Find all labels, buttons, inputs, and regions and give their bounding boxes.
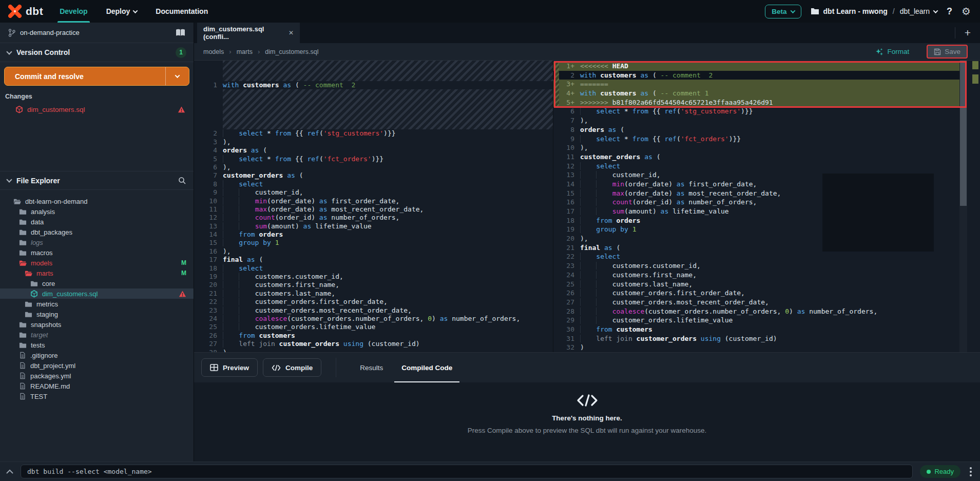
tree-item-test[interactable]: TEST [0,391,194,401]
diff-mark [972,61,978,69]
branch-row[interactable]: on-demand-practice [0,23,194,43]
tree-item-models[interactable]: modelsM [0,258,194,268]
changed-file-row[interactable]: dim_customers.sql [0,103,194,116]
file-explorer-header[interactable]: File Explorer [0,171,194,190]
format-button[interactable]: Format [875,48,909,56]
tab-results[interactable]: Results [351,353,392,382]
deleted-lines-hatch [223,89,553,129]
changes-label: Changes [0,86,194,103]
code-line: 8orders as ( [553,125,959,134]
top-nav: dbt Develop Deploy Documentation Beta db… [0,0,980,23]
code-line: 7customer_orders as ( [194,171,553,180]
new-tab-button[interactable]: + [955,23,980,43]
tree-item-snapshots[interactable]: snapshots [0,319,194,330]
code-line: 3+======= [553,80,959,89]
tree-item-label: dbt_project.yml [30,362,186,370]
line-number: 4+ [553,89,580,98]
commit-options-chevron[interactable] [165,67,189,85]
search-icon[interactable] [178,177,186,185]
code-line: 11 max(order_date) as most_recent_order_… [194,205,553,214]
breadcrumb-marts[interactable]: marts [237,48,253,55]
chevron-down-icon [933,8,938,13]
tree-item-label: logs [31,239,186,246]
tree-item-readme-md[interactable]: README.md [0,381,194,391]
folder-icon [811,8,819,15]
nav-deploy[interactable]: Deploy [97,0,147,23]
close-icon[interactable]: ✕ [289,29,294,36]
editor-pane-left[interactable]: 1with customers as ( -- comment 22 selec… [194,61,553,352]
project-selector[interactable]: dbt Learn - mwong / dbt_learn [811,7,938,15]
chevron-up-icon[interactable] [6,469,13,474]
dbt-logo-icon [8,5,22,18]
tree-item-analysis[interactable]: analysis [0,206,194,217]
nav-documentation[interactable]: Documentation [146,0,217,23]
code-line: 24 coalesce(customer_orders.number_of_or… [194,315,553,323]
code-line: 20 customers.first_name, [194,281,553,289]
line-number: 7 [194,171,223,180]
tree-item-core[interactable]: core [0,278,194,288]
tree-item-staging[interactable]: staging [0,309,194,319]
code-line: 7), [553,116,959,125]
tree-item-label: snapshots [31,321,186,329]
code-line: 3), [194,138,553,146]
code-line: 11customer_orders as ( [553,152,959,162]
dbt-logo[interactable]: dbt [0,5,50,18]
tree-item-marts[interactable]: martsM [0,268,194,278]
tree-item--gitignore[interactable]: .gitignore [0,350,194,360]
help-button[interactable]: ? [947,6,952,17]
scrollbar-thumb[interactable] [960,61,967,206]
preview-grid-icon [210,364,218,371]
line-number: 32 [553,343,580,352]
git-branch-icon [8,29,15,37]
main-menu: Develop Deploy Documentation [50,0,217,23]
line-number: 17 [553,207,580,216]
preview-button[interactable]: Preview [201,358,258,377]
commit-and-resolve-button[interactable]: Commit and resolve [4,67,189,86]
kebab-menu-icon[interactable] [968,467,974,476]
tree-item-target[interactable]: target [0,330,194,340]
project-name: dbt Learn - mwong [823,7,888,15]
breadcrumb-file[interactable]: dim_customers.sql [265,48,318,55]
line-number: 1+ [553,62,580,71]
tree-item-data[interactable]: data [0,217,194,227]
nav-develop[interactable]: Develop [50,0,97,23]
tab-dim-customers[interactable]: dim_customers.sql (confli... ✕ [197,23,300,43]
tab-compiled-code[interactable]: Compiled Code [392,353,462,382]
tree-item-dbt-packages[interactable]: dbt_packages [0,227,194,237]
code-line: 12 select [553,162,959,171]
command-input[interactable]: dbt build --select <model_name> [21,465,913,478]
editor-toolbar: models › marts › dim_customers.sql Forma… [194,43,980,61]
beta-toggle[interactable]: Beta [765,5,801,18]
tree-item-dbt-learn-on-demand[interactable]: dbt-learn-on-demand [0,196,194,206]
breadcrumb-models[interactable]: models [203,48,224,55]
line-number: 21 [553,243,580,253]
model-cube-icon [15,106,23,113]
line-number: 28 [553,307,580,316]
code-line: 1+<<<<<<< HEAD [553,62,959,71]
code-line: 15 group by 1 [194,239,553,247]
tree-item-macros[interactable]: macros [0,247,194,258]
code-line: 19 customers.customer_id, [194,273,553,281]
code-line: 12 count(order_id) as number_of_orders, [194,214,553,222]
tree-item-dim-customers-sql[interactable]: dim_customers.sql [0,288,194,299]
tree-item-packages-yml[interactable]: packages.yml [0,371,194,381]
docs-book-icon[interactable] [176,29,185,36]
line-number: 27 [553,298,580,307]
version-control-header[interactable]: Version Control 1 [0,43,194,62]
folder-icon [19,249,27,257]
folder-icon [19,259,27,267]
save-button[interactable]: Save [927,45,968,59]
connection-status[interactable]: Ready [920,465,960,478]
tree-item-logs[interactable]: logs [0,237,194,247]
line-number: 3 [194,138,223,146]
tree-item-label: staging [36,311,186,318]
tree-item-metrics[interactable]: metrics [0,299,194,309]
tree-item-dbt-project-yml[interactable]: dbt_project.yml [0,360,194,371]
line-number: 12 [194,214,223,222]
code-line: 2with customers as ( -- comment 2 [553,71,959,80]
tree-item-tests[interactable]: tests [0,340,194,350]
editor-scrollbar[interactable] [959,61,967,352]
settings-gear-icon[interactable]: ⚙ [962,6,971,16]
tree-item-label: models [31,259,177,267]
compile-button[interactable]: Compile [263,358,321,377]
